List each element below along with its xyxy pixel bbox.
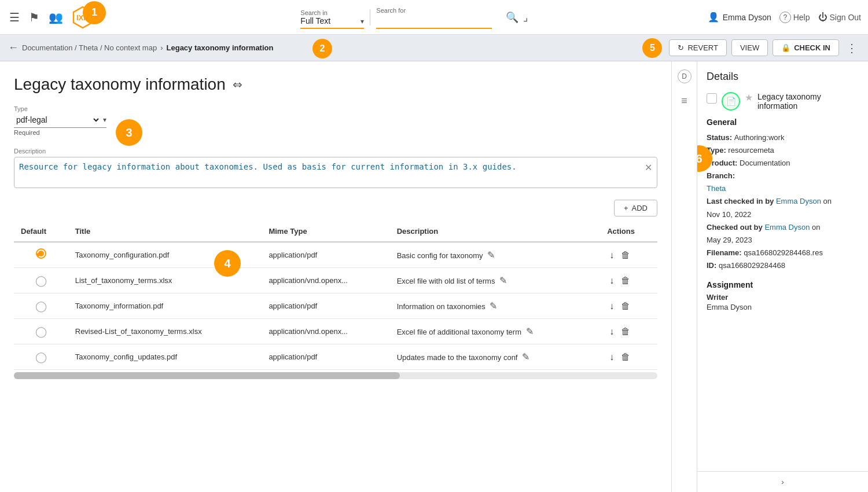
group-button[interactable]: 👥 bbox=[46, 8, 65, 27]
desc-edit-button-2[interactable]: ✎ bbox=[487, 299, 499, 313]
checked-out-date-pre: on bbox=[812, 223, 820, 232]
view-label: VIEW bbox=[740, 43, 759, 52]
desc-edit-button-0[interactable]: ✎ bbox=[485, 248, 497, 262]
id-key: ID: bbox=[707, 261, 719, 270]
radio-icon[interactable]: ◯ bbox=[35, 275, 47, 287]
nav-right: 👤 Emma Dyson ? Help ⏻ Sign Out bbox=[708, 12, 861, 23]
bookmark-icon: ⚑ bbox=[29, 10, 39, 24]
description-clear-button[interactable]: ✕ bbox=[645, 162, 652, 173]
delete-button-2[interactable]: 🗑 bbox=[619, 300, 632, 313]
default-cell-1[interactable]: ◯ bbox=[14, 268, 68, 293]
type-select-wrapper: pdf-legal ▾ bbox=[14, 115, 106, 128]
sidebar-item-name: Legacy taxonomy information bbox=[757, 92, 859, 111]
assignment-title: Assignment bbox=[707, 280, 859, 289]
status-value: Authoring:work bbox=[734, 133, 785, 142]
table-scroll-bar[interactable] bbox=[14, 372, 657, 379]
actions-cell-0: ↓ 🗑 bbox=[600, 242, 657, 268]
menu-button[interactable]: ☰ bbox=[7, 8, 22, 27]
revert-button[interactable]: ↻ REVERT bbox=[669, 39, 727, 56]
col-desc: Description bbox=[390, 221, 601, 242]
delete-icon: 🗑 bbox=[621, 250, 630, 260]
product-value: Documentation bbox=[740, 159, 790, 167]
delete-button-3[interactable]: 🗑 bbox=[619, 325, 632, 338]
lock-icon: 🔒 bbox=[781, 43, 790, 52]
top-nav: ☰ ⚑ 👥 IXia 1 Search in Full Text Title K… bbox=[0, 0, 868, 35]
branch-link[interactable]: Theta bbox=[707, 184, 726, 193]
download-button-0[interactable]: ↓ bbox=[607, 249, 616, 262]
search-divider bbox=[370, 9, 370, 25]
signout-label: Sign Out bbox=[830, 13, 861, 22]
actions-cell-1: ↓ 🗑 bbox=[600, 268, 657, 293]
type-chevron-icon: ▾ bbox=[103, 116, 106, 124]
download-icon: ↓ bbox=[609, 326, 614, 336]
sidebar-collapse-button[interactable]: › bbox=[697, 471, 868, 492]
download-button-3[interactable]: ↓ bbox=[607, 325, 616, 338]
step-badge-5: 5 bbox=[642, 38, 662, 58]
search-in-wrapper: Search in Full Text Title Keywords ▾ bbox=[300, 6, 364, 29]
last-checkin-user[interactable]: Emma Dyson bbox=[776, 197, 821, 205]
sidebar-item-checkbox[interactable] bbox=[707, 93, 717, 104]
delete-button-4[interactable]: 🗑 bbox=[619, 351, 632, 364]
type-value: resourcemeta bbox=[728, 146, 774, 155]
desc-edit-button-4[interactable]: ✎ bbox=[520, 350, 532, 364]
download-button-1[interactable]: ↓ bbox=[607, 274, 616, 287]
status-key: Status: bbox=[707, 133, 734, 142]
back-icon: ← bbox=[8, 42, 19, 53]
back-button[interactable]: ← bbox=[8, 42, 19, 54]
default-cell-0[interactable]: ● bbox=[14, 242, 68, 268]
delete-button-1[interactable]: 🗑 bbox=[619, 274, 632, 287]
search-section: Search in Full Text Title Keywords ▾ Sea… bbox=[128, 6, 703, 29]
detail-checked-out: Checked out by Emma Dyson on bbox=[707, 221, 859, 234]
checked-out-user[interactable]: Emma Dyson bbox=[764, 223, 810, 232]
detail-branch-label: Branch: bbox=[707, 170, 859, 182]
desc-cell-2: Information on taxonomies ✎ bbox=[390, 293, 601, 319]
table-body: ● Taxonomy_configuration.pdf application… bbox=[14, 242, 657, 370]
desc-edit-button-1[interactable]: ✎ bbox=[497, 274, 509, 287]
desc-edit-button-3[interactable]: ✎ bbox=[524, 325, 536, 338]
checked-out-key: Checked out by bbox=[707, 223, 764, 232]
help-button[interactable]: ? Help bbox=[779, 12, 810, 23]
filter-button[interactable]: ⌟ bbox=[521, 9, 530, 26]
sidebar-list-button[interactable]: ≡ bbox=[678, 91, 691, 111]
download-button-2[interactable]: ↓ bbox=[607, 300, 616, 313]
col-title: Title bbox=[68, 221, 262, 242]
mime-cell-2: application/pdf bbox=[262, 293, 389, 319]
view-button[interactable]: VIEW bbox=[731, 39, 768, 56]
file-table: Default Title Mime Type Description Acti… bbox=[14, 221, 657, 370]
breadcrumb-bar: ← Documentation / Theta / No context map… bbox=[0, 35, 868, 61]
checkin-button[interactable]: 🔒 CHECK IN bbox=[773, 39, 839, 56]
right-sidebar: D ≡ 6 Details 📄 bbox=[671, 61, 868, 492]
radio-icon[interactable]: ◯ bbox=[35, 300, 47, 312]
search-button[interactable]: 🔍 bbox=[503, 9, 521, 26]
step-badge-2: 2 bbox=[312, 39, 332, 58]
download-button-4[interactable]: ↓ bbox=[607, 351, 616, 364]
list-icon: ≡ bbox=[681, 95, 687, 107]
last-checkin-date-pre: on bbox=[823, 197, 832, 205]
more-options-button[interactable]: ⋮ bbox=[844, 41, 860, 55]
breadcrumb-actions: 5 ↻ REVERT VIEW 🔒 CHECK IN ⋮ bbox=[642, 38, 860, 58]
sidebar-d-button[interactable]: D bbox=[674, 66, 695, 87]
mime-cell-4: application/pdf bbox=[262, 344, 389, 370]
desc-cell-1: Excel file with old list of terms ✎ bbox=[390, 268, 601, 293]
default-cell-2[interactable]: ◯ bbox=[14, 293, 68, 319]
default-cell-3[interactable]: ◯ bbox=[14, 319, 68, 344]
edit-icon: ✎ bbox=[490, 301, 497, 311]
title-cell-4: Taxonomy_config_updates.pdf bbox=[68, 344, 262, 370]
resize-icon-button[interactable]: ⇔ bbox=[233, 78, 242, 91]
detail-status: Status: Authoring:work bbox=[707, 131, 859, 144]
group-icon: 👥 bbox=[49, 10, 63, 24]
default-cell-4[interactable]: ◯ bbox=[14, 344, 68, 370]
delete-button-0[interactable]: 🗑 bbox=[619, 249, 632, 262]
step-badge-1: 1 bbox=[83, 1, 106, 24]
sidebar-star-button[interactable]: ★ bbox=[745, 92, 753, 103]
col-mime: Mime Type bbox=[262, 221, 389, 242]
bookmark-button[interactable]: ⚑ bbox=[27, 8, 42, 27]
radio-icon[interactable]: ◯ bbox=[35, 351, 47, 363]
signout-button[interactable]: ⏻ Sign Out bbox=[818, 12, 861, 23]
description-input[interactable]: Resource for legacy information about ta… bbox=[19, 162, 645, 183]
add-button[interactable]: + ADD bbox=[614, 200, 657, 216]
sidebar-content: Details 📄 ★ Legacy taxonomy information bbox=[697, 61, 868, 471]
type-select[interactable]: pdf-legal bbox=[14, 115, 101, 125]
radio-icon[interactable]: ◯ bbox=[35, 326, 47, 337]
user-button[interactable]: 👤 Emma Dyson bbox=[708, 12, 771, 23]
